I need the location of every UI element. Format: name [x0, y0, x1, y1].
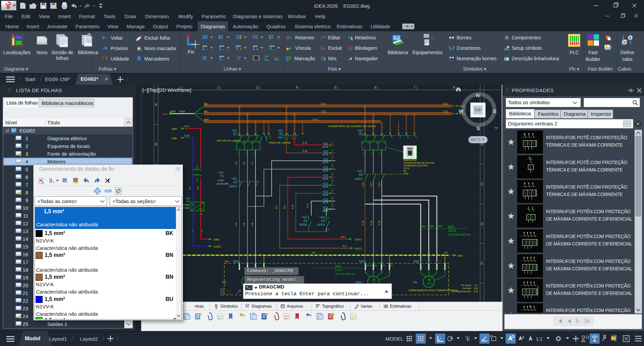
svg-text:3.21: 3.21: [321, 102, 326, 105]
svg-text:7: 7: [413, 85, 415, 89]
svg-text:4: 4: [245, 153, 247, 154]
svg-text:E: E: [481, 262, 483, 265]
svg-text:22/D7: 22/D7: [355, 177, 363, 181]
svg-text:22/C7: 22/C7: [260, 136, 262, 141]
svg-text:Fio final:: Fio final:: [463, 287, 472, 290]
svg-text:V: V: [373, 271, 375, 273]
svg-text:+: +: [201, 229, 203, 233]
svg-text:XFR: XFR: [322, 201, 329, 204]
svg-text:6: 6: [378, 153, 381, 154]
svg-text:Q8: Q8: [279, 132, 283, 136]
svg-text:PE: PE: [389, 270, 391, 273]
svg-text:4.13: 4.13: [306, 203, 309, 208]
svg-text:XM1: XM1: [233, 260, 239, 263]
svg-text:4.12: 4.12: [291, 204, 294, 209]
svg-text:K2: K2: [321, 219, 325, 223]
svg-text:400: 400: [196, 165, 198, 169]
svg-text:+E1: +E1: [224, 260, 229, 263]
svg-text:4.14: 4.14: [323, 207, 325, 212]
svg-text:DISJUNTOR MOTOR GV2-P32: DISJUNTOR MOTOR GV2-P32: [404, 162, 434, 164]
svg-text:C: C: [481, 182, 483, 186]
svg-text:4 VDC: 4 VDC: [183, 207, 190, 209]
svg-text:1/B8: 1/B8: [171, 137, 177, 140]
svg-text:4G2.5: 4G2.5: [335, 269, 342, 272]
svg-text:BK: BK: [331, 197, 333, 199]
svg-text:+Q1: +Q1: [323, 198, 328, 201]
svg-text:112: 112: [449, 59, 453, 62]
svg-text:COM: COM: [331, 203, 333, 207]
svg-text:‒110V: ‒110V: [217, 179, 224, 182]
svg-text:I >: I >: [254, 147, 256, 149]
svg-text:5/E1: 5/E1: [458, 254, 463, 257]
svg-text:K6: K6: [359, 173, 363, 177]
svg-text:XM2: XM2: [359, 260, 365, 263]
svg-text:Q9: Q9: [359, 132, 363, 136]
svg-text:+Q1: +Q1: [323, 174, 328, 177]
svg-text:22/D2: 22/D2: [317, 223, 325, 226]
svg-text:4.9: 4.9: [342, 244, 347, 247]
svg-text:XFR: XFR: [322, 153, 329, 156]
svg-text:3.22: 3.22: [443, 110, 448, 113]
svg-text:22.1: 22.1: [283, 204, 286, 209]
svg-text:4.7: 4.7: [251, 161, 254, 165]
svg-text:BN: BN: [430, 225, 434, 228]
svg-text:5: 5: [334, 85, 336, 89]
svg-text:W: W: [459, 108, 464, 114]
svg-text:I >: I >: [238, 147, 240, 149]
svg-text:3.23: 3.23: [312, 118, 318, 121]
svg-text:2: 2: [362, 153, 365, 154]
svg-text:8/B1: 8/B1: [214, 238, 220, 241]
svg-text:M: M: [373, 278, 375, 282]
svg-text:3: 3: [256, 85, 258, 89]
svg-text:XFR: XFR: [322, 185, 329, 189]
svg-text:WH: WH: [204, 118, 209, 121]
svg-text:+Q1: +Q1: [323, 182, 328, 185]
svg-text:+Q1: +Q1: [357, 129, 363, 132]
svg-text:U: U: [365, 271, 367, 273]
svg-text:MOTOR DE LAMINA: MOTOR DE LAMINA: [217, 139, 240, 142]
svg-text:BK: BK: [438, 225, 442, 228]
svg-text:B: B: [155, 143, 157, 146]
svg-text:4.2: 4.2: [197, 187, 199, 190]
svg-text:+Q1: +Q1: [357, 169, 363, 173]
svg-text:XFR: XFR: [322, 177, 329, 181]
svg-text:OUT: OUT: [331, 163, 333, 167]
svg-text:2: 2: [217, 85, 219, 89]
svg-text:−: −: [193, 213, 195, 216]
svg-text:AUXILIAR: AUXILIAR: [217, 182, 229, 185]
svg-text:N: N: [476, 92, 480, 98]
svg-text:AC: AC: [192, 203, 195, 206]
svg-text:IN: IN: [331, 142, 333, 144]
svg-text:22.1: 22.1: [341, 235, 346, 238]
svg-text:Fio inicial:: Fio inicial:: [461, 284, 471, 286]
svg-text:5.4 W: 5.4 W: [404, 167, 410, 169]
svg-text:4.17: 4.17: [370, 182, 372, 187]
svg-text:+Q1: +Q1: [323, 190, 328, 193]
svg-text:+Q1: +Q1: [185, 197, 190, 200]
svg-text:+Q1: +Q1: [323, 150, 328, 153]
svg-text:XFR: XFR: [322, 193, 329, 197]
svg-text:E: E: [493, 108, 497, 114]
svg-text:CV: CV: [312, 251, 316, 254]
svg-text:8: 8: [453, 85, 455, 89]
svg-text:+Q1: +Q1: [218, 171, 224, 174]
svg-text:4.3: 4.3: [235, 161, 237, 165]
svg-text:4.16: 4.16: [362, 221, 364, 225]
svg-text:NC: NC: [331, 172, 333, 176]
svg-text:3/A8: 3/A8: [162, 113, 168, 116]
svg-text:BK: BK: [204, 110, 208, 113]
svg-text:IN: IN: [331, 149, 333, 151]
svg-text:4.5: 4.5: [243, 161, 245, 165]
svg-text:V: V: [428, 267, 430, 268]
svg-text:M: M: [428, 278, 431, 282]
svg-text:4.21: 4.21: [473, 290, 478, 293]
svg-text:A: A: [155, 103, 157, 107]
svg-text:24VDC: 24VDC: [182, 204, 190, 206]
svg-text:CV: CV: [444, 251, 448, 254]
svg-text:CARREGAMENTO ROLO TRANSPORTADO: CARREGAMENTO ROLO TRANSPORTADOR: [408, 289, 457, 292]
svg-text:10/A1: 10/A1: [214, 245, 221, 248]
svg-text:W27: W27: [448, 225, 454, 228]
svg-text:4.8: 4.8: [251, 223, 254, 226]
svg-text:T3: T3: [220, 175, 224, 178]
svg-text:4.11: 4.11: [302, 141, 308, 144]
